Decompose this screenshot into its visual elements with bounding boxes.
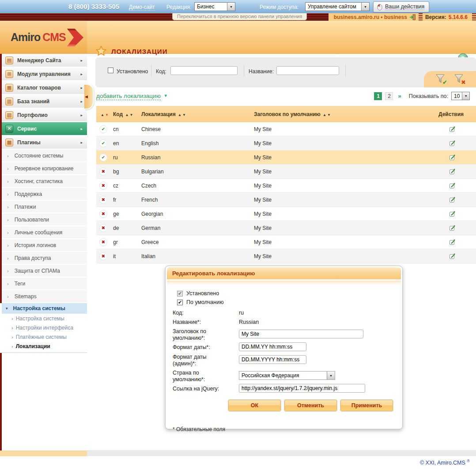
sidebar-item[interactable]: ›Платежи — [2, 201, 87, 214]
sidebar-collapse-handle[interactable]: ◀ — [84, 84, 94, 109]
edit-icon[interactable] — [449, 154, 456, 161]
sidebar-item[interactable]: ›Защита от СПАМа — [2, 265, 87, 278]
sidebar-section-system-settings[interactable]: ▾ Настройка системы — [2, 303, 87, 314]
default-title-cell: My Site — [251, 225, 426, 231]
sidebar-item[interactable]: ›Пользователи — [2, 214, 87, 226]
default-title-label: Заголовок по умолчанию*: — [173, 326, 230, 341]
default-country-select[interactable]: Российская Федерация ▼ — [239, 371, 335, 380]
ok-button[interactable]: ОК — [228, 400, 281, 411]
sidebar-item[interactable]: ›Поддержка — [2, 188, 87, 201]
edit-icon[interactable] — [449, 196, 456, 203]
sort-desc-icon[interactable]: ▼ — [182, 113, 186, 117]
page-1-button[interactable]: 1 — [374, 92, 382, 100]
localization-cell: Georgian — [139, 211, 251, 217]
sidebar-item-label: Личные сообщения — [15, 229, 63, 236]
sidebar-section-service[interactable]: ✕Сервис▸ — [2, 122, 87, 135]
support-phone: 8 (800) 3333-505 — [68, 3, 119, 10]
sort-desc-icon[interactable]: ▼ — [105, 113, 109, 117]
admin-date-format-input[interactable] — [239, 355, 306, 364]
edit-icon[interactable] — [449, 168, 456, 175]
amiro-cms-logo[interactable]: Amiro CMS — [0, 21, 87, 54]
edit-icon[interactable] — [449, 210, 456, 217]
code-cell: cn — [110, 126, 139, 132]
default-country-value: Российская Федерация — [239, 372, 327, 379]
sidebar-section-portfolio[interactable]: ▧Портфолио▸ — [2, 109, 87, 121]
edit-icon[interactable] — [449, 126, 456, 132]
sidebar-item[interactable]: ›Личные сообщения — [2, 226, 87, 239]
sidebar-item[interactable]: ›Теги — [2, 278, 87, 290]
mouse-icon — [377, 4, 382, 11]
sidebar-item[interactable]: ›История логинов — [2, 239, 87, 252]
default-title-input[interactable] — [239, 330, 363, 338]
sidebar-subitem[interactable]: ›Настройка системы — [2, 314, 87, 323]
switch-old-version-tab[interactable]: Переключиться в прежнюю версию панели уп… — [172, 13, 307, 20]
sidebar-section-site-manager[interactable]: ▤Менеджер Сайта▸ — [2, 54, 87, 67]
sort-asc-icon[interactable]: ▲ — [178, 113, 181, 117]
edit-icon[interactable] — [449, 140, 456, 146]
localization-column-header: Локализация ▲▼ — [139, 111, 251, 117]
edition-select[interactable]: Бизнес ▼ — [194, 2, 235, 11]
default-title-column-header: Заголовок по умолчанию ▲▼ — [251, 111, 426, 117]
installed-checkbox[interactable] — [177, 291, 183, 296]
demo-site-link[interactable]: Демо-сайт — [129, 4, 155, 11]
dialog-title: Редактировать локализацию — [172, 270, 255, 277]
code-filter-input[interactable] — [170, 66, 238, 75]
favorite-star-icon[interactable] — [95, 45, 107, 56]
per-page-select[interactable]: 10 ▼ — [451, 92, 470, 100]
jquery-link-input[interactable] — [239, 384, 365, 393]
default-title-cell: My Site — [251, 169, 426, 175]
logo-arrow-icon — [67, 27, 84, 48]
logout-icon[interactable] — [409, 14, 416, 20]
cancel-button[interactable]: Отменить — [284, 400, 337, 411]
sidebar-subitem[interactable]: ›Настройки интерфейса — [2, 323, 87, 332]
footer-gray-bar — [87, 450, 476, 456]
chevron-left-icon: ◀ — [85, 94, 88, 99]
chevron-right-icon: ▸ — [80, 86, 83, 90]
table-row-en: ✔enEnglishMy Site — [96, 136, 476, 150]
table-row-cn: ✔cnChineseMy Site — [96, 122, 476, 136]
sidebar-section-catalog[interactable]: ▦Каталог товаров▸ — [2, 81, 87, 94]
sidebar-subitem[interactable]: ›Локализации — [2, 341, 87, 351]
sidebar-item[interactable]: ›Состояние системы — [2, 150, 87, 162]
sort-desc-icon[interactable]: ▼ — [327, 113, 331, 117]
apply-button[interactable]: Применить — [340, 400, 393, 411]
not-installed-cross-icon: ✖ — [99, 224, 107, 232]
per-page-value: 10 — [452, 93, 462, 99]
edit-icon[interactable] — [449, 182, 456, 189]
sort-asc-icon[interactable]: ▲ — [101, 113, 104, 117]
sort-asc-icon[interactable]: ▲ — [125, 113, 128, 117]
sidebar-item[interactable]: ›Хостинг, статистика — [2, 175, 87, 188]
next-page-icon[interactable] — [398, 93, 401, 99]
clear-filter-icon[interactable]: ✖ — [453, 74, 465, 85]
your-actions-button[interactable]: Ваши действия — [373, 1, 429, 12]
sort-desc-icon[interactable]: ▼ — [129, 113, 133, 117]
sort-asc-icon[interactable]: ▲ — [323, 113, 326, 117]
sidebar-section-plugins[interactable]: ▩Плагины▸ — [2, 136, 87, 149]
access-mode-select[interactable]: Управление сайтом ▼ — [305, 2, 370, 11]
edit-icon[interactable] — [449, 239, 456, 245]
code-cell: fr — [110, 197, 139, 203]
sidebar-item[interactable]: ›Резервное копирование — [2, 162, 87, 175]
default-checkbox[interactable] — [177, 300, 183, 305]
actions-cell — [426, 253, 476, 259]
sidebar-section-modules[interactable]: ⊞Модули управления▸ — [2, 68, 87, 80]
date-format-input[interactable] — [239, 342, 306, 351]
add-localization-link[interactable]: добавить локализацию — [96, 93, 168, 99]
apply-filter-icon[interactable]: ✔ — [435, 74, 446, 85]
sidebar-item[interactable]: ›Права доступа — [2, 252, 87, 265]
localizations-table: ▲▼ Код ▲▼ Локализация ▲▼ Заголовок по ум… — [96, 106, 476, 263]
edit-icon[interactable] — [449, 253, 456, 259]
logo-text-cms: CMS — [42, 31, 66, 44]
installed-filter-checkbox[interactable] — [108, 68, 113, 73]
default-country-label: Страна по умолчанию*: — [173, 368, 230, 383]
sidebar-item-label: Резервное копирование — [15, 165, 74, 172]
sidebar-item[interactable]: ›Sitemaps — [2, 290, 87, 303]
chevron-right-icon: › — [7, 153, 9, 158]
catalog-icon: ▦ — [5, 84, 13, 92]
name-filter-input[interactable] — [276, 66, 339, 75]
edit-icon[interactable] — [449, 225, 456, 231]
account-link[interactable]: business.amiro.ru • business — [334, 14, 407, 20]
sidebar-section-knowledge[interactable]: ▥База знаний▸ — [2, 95, 87, 108]
page-2-button[interactable]: 2 — [385, 92, 393, 100]
sidebar-subitem[interactable]: ›Платёжные системы — [2, 332, 87, 341]
